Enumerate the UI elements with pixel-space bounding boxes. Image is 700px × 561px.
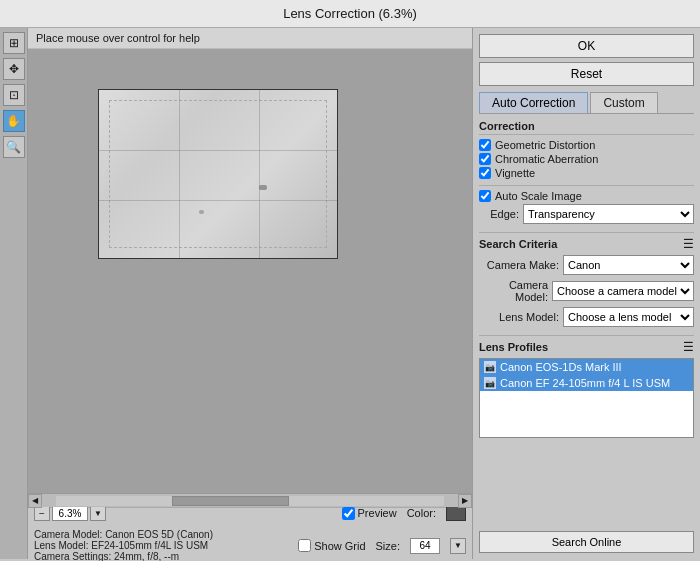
grid-tool-button[interactable]: ⊞	[3, 32, 25, 54]
reset-button[interactable]: Reset	[479, 62, 694, 86]
size-dropdown-button[interactable]: ▼	[450, 538, 466, 554]
search-criteria-header: Search Criteria ☰	[479, 237, 694, 251]
canvas-viewport[interactable]	[28, 49, 472, 493]
chromatic-aberration-checkbox[interactable]	[479, 153, 491, 165]
zoom-dropdown-button[interactable]: ▼	[90, 505, 106, 521]
geometric-distortion-label: Geometric Distortion	[495, 139, 595, 151]
tab-custom[interactable]: Custom	[590, 92, 657, 113]
help-text: Place mouse over control for help	[36, 32, 200, 44]
search-online-button[interactable]: Search Online	[479, 531, 694, 553]
camera-make-label: Camera Make:	[479, 259, 559, 271]
color-label: Color:	[407, 507, 436, 519]
lens-model-select[interactable]: Choose a lens model	[563, 307, 694, 327]
profiles-list[interactable]: 📷 Canon EOS-1Ds Mark III 📷 Canon EF 24-1…	[479, 358, 694, 438]
canvas-image	[98, 89, 338, 259]
camera-settings-info: Camera Settings: 24mm, f/8, --m	[34, 551, 213, 561]
move-tool-button[interactable]: ✥	[3, 58, 25, 80]
lens-profiles-header: Lens Profiles ☰	[479, 340, 694, 354]
scrollbar-thumb-h[interactable]	[172, 496, 288, 506]
show-grid-checkbox[interactable]	[298, 539, 311, 552]
search-criteria-section: Search Criteria ☰ Camera Make: Canon Nik…	[479, 237, 694, 331]
title-bar: Lens Correction (6.3%)	[0, 0, 700, 28]
auto-scale-label: Auto Scale Image	[495, 190, 582, 202]
camera-model-row: Camera Model: Choose a camera model	[479, 279, 694, 303]
correction-title: Correction	[479, 120, 694, 135]
edge-select[interactable]: Transparency Edge Extension Black	[523, 204, 694, 224]
zoom-controls: − ▼	[34, 505, 106, 521]
profile-icon-1: 📷	[484, 361, 496, 373]
tab-auto-correction[interactable]: Auto Correction	[479, 92, 588, 113]
lens-model-row: Lens Model: Choose a lens model	[479, 307, 694, 327]
preview-text: Preview	[358, 507, 397, 519]
profile-item-1[interactable]: 📷 Canon EOS-1Ds Mark III	[480, 359, 693, 375]
camera-make-select[interactable]: Canon Nikon Sony Any	[563, 255, 694, 275]
camera-make-row: Camera Make: Canon Nikon Sony Any	[479, 255, 694, 275]
right-panel: OK Reset Auto Correction Custom Correcti…	[472, 28, 700, 559]
camera-info: Camera Model: Canon EOS 5D (Canon) Lens …	[34, 529, 213, 561]
lens-profiles-list-icon[interactable]: ☰	[683, 340, 694, 354]
bottom-bar: − ▼ Preview Color: Camera Model: Canon E…	[28, 507, 472, 559]
horizontal-scrollbar[interactable]: ◀ ▶	[28, 493, 472, 507]
vignette-checkbox[interactable]	[479, 167, 491, 179]
auto-scale-checkbox[interactable]	[479, 190, 491, 202]
hand-tool-button[interactable]: ✋	[3, 110, 25, 132]
size-input[interactable]	[410, 538, 440, 554]
preview-checkbox[interactable]	[342, 507, 355, 520]
distort-tool-button[interactable]: ⊡	[3, 84, 25, 106]
scroll-left-button[interactable]: ◀	[28, 494, 42, 508]
search-criteria-list-icon[interactable]: ☰	[683, 237, 694, 251]
geometric-distortion-checkbox[interactable]	[479, 139, 491, 151]
divider-1	[479, 185, 694, 186]
correction-section: Correction Geometric Distortion Chromati…	[479, 120, 694, 181]
canvas-area: Place mouse over control for help ◀	[28, 28, 472, 559]
scroll-right-button[interactable]: ▶	[458, 494, 472, 508]
vignette-row: Vignette	[479, 167, 694, 179]
lens-model-info: Lens Model: EF24-105mm f/4L IS USM	[34, 540, 213, 551]
tabs: Auto Correction Custom	[479, 92, 694, 114]
geometric-distortion-row: Geometric Distortion	[479, 139, 694, 151]
lens-profiles-section: Lens Profiles ☰ 📷 Canon EOS-1Ds Mark III…	[479, 340, 694, 525]
lens-profiles-title: Lens Profiles	[479, 341, 548, 353]
profile-name-2: Canon EF 24-105mm f/4 L IS USM	[500, 377, 670, 389]
edge-row: Edge: Transparency Edge Extension Black	[479, 204, 694, 224]
camera-model-label: Camera Model:	[479, 279, 548, 303]
search-criteria-title: Search Criteria	[479, 238, 557, 250]
profile-name-1: Canon EOS-1Ds Mark III	[500, 361, 622, 373]
profile-icon-2: 📷	[484, 377, 496, 389]
zoom-tool-button[interactable]: 🔍	[3, 136, 25, 158]
chromatic-aberration-label: Chromatic Aberration	[495, 153, 598, 165]
camera-model-select[interactable]: Choose a camera model	[552, 281, 694, 301]
dialog-title: Lens Correction (6.3%)	[283, 6, 417, 21]
toolbar: ⊞ ✥ ⊡ ✋ 🔍	[0, 28, 28, 559]
auto-scale-row: Auto Scale Image	[479, 190, 694, 202]
grid-text: Show Grid	[314, 540, 365, 552]
camera-model-info: Camera Model: Canon EOS 5D (Canon)	[34, 529, 213, 540]
zoom-input[interactable]	[52, 505, 88, 521]
grid-label: Show Grid	[298, 539, 365, 552]
size-label: Size:	[376, 540, 400, 552]
divider-2	[479, 232, 694, 233]
profile-item-2[interactable]: 📷 Canon EF 24-105mm f/4 L IS USM	[480, 375, 693, 391]
auto-correction-panel: Correction Geometric Distortion Chromati…	[479, 120, 694, 553]
ok-button[interactable]: OK	[479, 34, 694, 58]
preview-label: Preview	[342, 507, 397, 520]
chromatic-aberration-row: Chromatic Aberration	[479, 153, 694, 165]
edge-label: Edge:	[479, 208, 519, 220]
lens-model-label: Lens Model:	[479, 311, 559, 323]
action-buttons: OK Reset	[479, 34, 694, 86]
vignette-label: Vignette	[495, 167, 535, 179]
divider-3	[479, 335, 694, 336]
help-bar: Place mouse over control for help	[28, 28, 472, 49]
